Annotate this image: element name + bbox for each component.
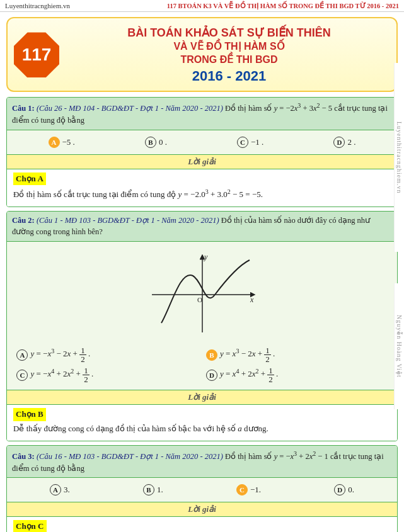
q3-optD-text: 0. [348,485,354,495]
q2-optB: B y = x3 − 2x + 12 . [206,346,388,363]
q1-optC: C −1 . [237,137,263,148]
q1-optC-letter: C [237,137,248,148]
q2-optD-text: y = x4 + 2x2 + 12 . [220,366,278,383]
top-bar: Luyenthitracnghiem.vn 117 BTOÁN K3 VÀ VẼ… [0,0,404,12]
q1-options: A −5 . B 0 . C −1 . D 2 . [13,134,391,150]
q2-optC-text: y = −x4 + 2x2 + 12 . [30,366,93,383]
top-bar-left: Luyenthitracnghiem.vn [5,2,70,9]
q3-optC-text: −1. [250,485,261,495]
q2-optA-letter: A [16,349,28,361]
q2-body: y x O A y = −x3 − 2x + 12 . B [7,242,397,390]
q1-optA: A −5 . [49,137,75,148]
q2-num: Câu 2: [12,216,35,225]
q3-optC-letter: C [236,484,248,495]
q2-optB-letter: B [206,349,217,361]
q3-optA-text: 3. [64,485,70,495]
q3-optC: C −1. [236,484,261,495]
hero-line3: TRONG ĐỀ THI BGD [68,54,390,67]
q2-optB-text: y = x3 − 2x + 12 . [220,346,275,363]
q2-optD-letter: D [206,370,217,381]
q1-optD: D 2 . [333,137,355,148]
watermark-1: Luyenthitracnghiem.vn [394,63,404,252]
q3-optB: B 1. [143,484,163,495]
q2-optA-text: y = −x3 − 2x + 12 . [30,346,90,363]
q3-solution: Chọn C Ta có x = 0 ⇒ y = −1 Vậy đồ thị h… [7,517,397,532]
q2-solution: Chọn B Dễ thấy đường cong có dạng đồ thị… [7,405,397,441]
q2-chon: Chọn B [13,408,46,421]
q1-loi-giai-bar: Lời giải [7,154,397,169]
q1-optB-letter: B [145,137,156,148]
question-3: Câu 3: (Câu 16 - MĐ 103 - BGD&ĐT - Đợt 1… [6,445,398,532]
q2-optC: C y = −x4 + 2x2 + 12 . [16,366,198,383]
q3-src: (Câu 16 - MĐ 103 - BGD&ĐT - Đợt 1 - Năm … [37,452,223,461]
hero-line1: BÀI TOÁN KHẢO SÁT SỰ BIẾN THIÊN [68,26,390,40]
page: Luyenthitracnghiem.vn 117 BTOÁN K3 VÀ VẼ… [0,0,404,532]
q3-optB-letter: B [143,484,154,495]
q2-optD: D y = x4 + 2x2 + 12 . [206,366,388,383]
q3-optB-text: 1. [157,485,163,495]
q1-num: Câu 1: [12,104,35,113]
q2-header: Câu 2: (Câu 1 - MĐ 103 - BGD&ĐT - Đợt 1 … [7,212,397,242]
q3-optA: A 3. [50,484,70,495]
q1-body: A −5 . B 0 . C −1 . D 2 . [7,130,397,154]
question-1: Câu 1: (Câu 26 - MĐ 104 - BGD&ĐT - Đợt 1… [6,97,398,207]
q3-options: A 3. B 1. C −1. D 0. [13,482,391,498]
q3-loi-giai-bar: Lời giải [7,502,397,517]
q3-body: A 3. B 1. C −1. D 0. [7,478,397,502]
q2-optC-letter: C [16,370,28,381]
q1-header: Câu 1: (Câu 26 - MĐ 104 - BGD&ĐT - Đợt 1… [7,98,397,130]
q3-optD-letter: D [334,484,345,495]
q2-loi-giai-bar: Lời giải [7,390,397,405]
hero-section: 117 BÀI TOÁN KHẢO SÁT SỰ BIẾN THIÊN VÀ V… [6,17,398,92]
q1-solution: Chọn A Đồ thị hàm số cắt trục tung tại đ… [7,169,397,207]
svg-text:O: O [197,296,202,303]
q3-header: Câu 3: (Câu 16 - MĐ 103 - BGD&ĐT - Đợt 1… [7,446,397,478]
watermark-2: Nguyễn Hoàng Việt [394,283,404,409]
hero-badge: 117 [14,32,59,77]
hero-title: BÀI TOÁN KHẢO SÁT SỰ BIẾN THIÊN VÀ VẼ ĐỒ… [68,26,390,84]
q2-solution-text: Dễ thấy đường cong có dạng đồ thị của hà… [13,424,268,433]
q1-chon: Chọn A [13,173,46,186]
q2-graph: y x O [13,246,391,344]
q1-optD-letter: D [333,137,345,148]
q3-chon: Chọn C [13,520,47,532]
q1-optC-text: −1 . [251,137,263,147]
svg-text:y: y [204,252,208,261]
q1-solution-text: Đồ thị hàm số cắt trục tung tại điểm có … [13,190,263,199]
q3-optD: D 0. [334,484,354,495]
q1-src: (Câu 26 - MĐ 104 - BGD&ĐT - Đợt 1 - Năm … [37,104,223,113]
q2-optA: A y = −x3 − 2x + 12 . [16,346,198,363]
q3-optA-letter: A [50,484,61,495]
q1-optD-text: 2 . [347,137,355,147]
hero-line2: VÀ VẼ ĐỒ THỊ HÀM SỐ [68,40,390,54]
q1-optA-text: −5 . [62,137,75,147]
q3-num: Câu 3: [12,452,35,461]
q1-optA-letter: A [49,137,60,148]
q2-src: (Câu 1 - MĐ 103 - BGD&ĐT - Đợt 1 - Năm 2… [37,216,219,225]
q2-options: A y = −x3 − 2x + 12 . B y = x3 − 2x + 12… [13,344,391,386]
top-bar-right: 117 BTOÁN K3 VÀ VẼ ĐỒ THỊ HÀM SỐ TRONG Đ… [167,2,399,9]
hero-year: 2016 - 2021 [68,68,390,84]
q1-optB-text: 0 . [159,137,167,147]
svg-text:x: x [250,295,254,304]
question-2: Câu 2: (Câu 1 - MĐ 103 - BGD&ĐT - Đợt 1 … [6,211,398,441]
q2-graph-svg: y x O [146,251,259,339]
q1-optB: B 0 . [145,137,167,148]
